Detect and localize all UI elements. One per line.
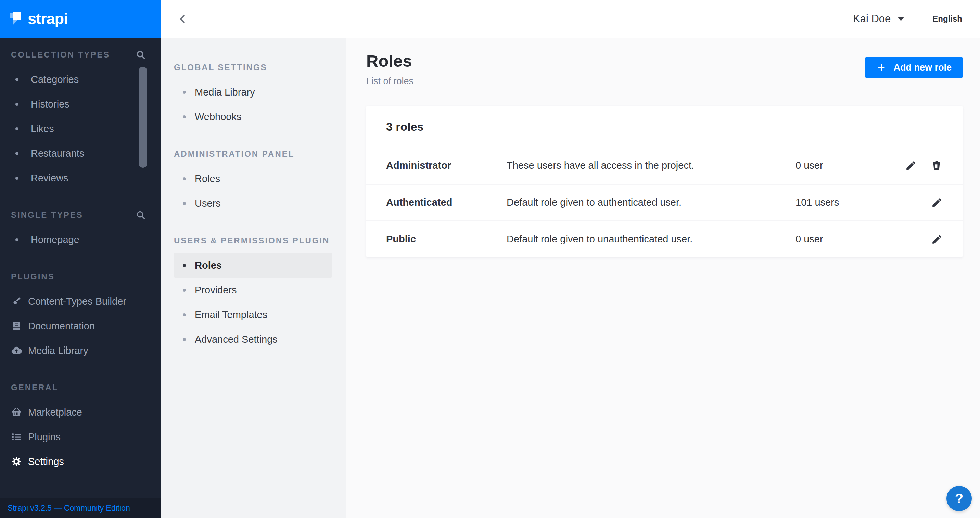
bullet-icon	[15, 152, 19, 155]
settings-nav-item-label: Users	[195, 198, 221, 209]
delete-icon[interactable]	[931, 160, 943, 172]
help-button[interactable]: ?	[947, 486, 972, 511]
user-menu[interactable]: Kai Doe	[853, 13, 904, 25]
sidebar-item-categories[interactable]: Categories	[0, 67, 161, 92]
sidebar-item-histories[interactable]: Histories	[0, 92, 161, 116]
settings-nav-item-label: Media Library	[195, 87, 255, 98]
search-icon[interactable]	[135, 210, 146, 220]
sidebar-item-marketplace[interactable]: Marketplace	[0, 400, 161, 424]
sidebar-scrollbar[interactable]	[138, 67, 147, 168]
table-row-administrator[interactable]: Administrator These users have all acces…	[366, 147, 963, 184]
settings-nav-item-email-templates[interactable]: Email Templates	[174, 302, 332, 327]
header-right: Kai Doe English	[853, 11, 980, 27]
settings-nav: GLOBAL SETTINGS Media Library Webhooks A…	[161, 38, 346, 518]
bullet-icon	[183, 115, 186, 118]
role-name: Administrator	[386, 160, 507, 171]
bullet-icon	[183, 338, 186, 341]
settings-nav-item-webhooks[interactable]: Webhooks	[174, 104, 332, 129]
sidebar-item-content-types-builder[interactable]: Content-Types Builder	[0, 289, 161, 314]
main-sidebar: COLLECTION TYPES Categories Histories Li…	[0, 38, 161, 518]
header-divider	[919, 11, 920, 27]
bullet-icon	[183, 91, 186, 94]
section-plugins: PLUGINS	[0, 264, 161, 289]
settings-section-global: GLOBAL SETTINGS	[161, 55, 346, 80]
bullet-icon	[183, 313, 186, 316]
strapi-admin-app: strapi Kai Doe English COLLECTION TYPES	[0, 0, 980, 518]
role-name: Public	[386, 233, 507, 245]
sidebar-item-label: Likes	[31, 123, 54, 135]
bullet-icon	[15, 177, 19, 180]
role-users-count: 0 user	[795, 233, 898, 245]
role-actions	[898, 197, 943, 209]
settings-nav-item-up-roles[interactable]: Roles	[174, 253, 332, 278]
settings-nav-item-label: Email Templates	[195, 309, 267, 320]
settings-nav-item-label: Roles	[195, 260, 222, 271]
back-button[interactable]	[161, 0, 205, 38]
sidebar-footer: Strapi v3.2.5 — Community Edition	[0, 498, 161, 518]
list-icon	[10, 431, 22, 443]
settings-nav-item-label: Roles	[195, 173, 220, 185]
settings-nav-item-admin-users[interactable]: Users	[174, 191, 332, 216]
table-row-authenticated[interactable]: Authenticated Default role given to auth…	[366, 184, 963, 220]
sidebar-item-label: Categories	[31, 74, 79, 85]
settings-nav-item-admin-roles[interactable]: Roles	[174, 166, 332, 191]
sidebar-item-plugins[interactable]: Plugins	[0, 424, 161, 449]
edit-icon[interactable]	[931, 197, 943, 209]
section-label: ADMINISTRATION PANEL	[174, 149, 294, 159]
settings-nav-item-label: Webhooks	[195, 111, 242, 123]
sidebar-item-label: Restaurants	[31, 148, 84, 159]
sidebar-item-label: Content-Types Builder	[28, 296, 126, 307]
table-row-public[interactable]: Public Default role given to unauthentic…	[366, 220, 963, 257]
bullet-icon	[183, 202, 186, 205]
section-label: SINGLE TYPES	[11, 210, 83, 220]
roles-count-header: 3 roles	[366, 106, 963, 147]
basket-icon	[10, 406, 22, 418]
role-description: Default role given to authenticated user…	[507, 197, 795, 208]
sidebar-item-documentation[interactable]: Documentation	[0, 314, 161, 338]
sidebar-item-label: Documentation	[28, 320, 95, 332]
bullet-icon	[15, 78, 19, 81]
bullet-icon	[15, 128, 19, 131]
book-icon	[10, 320, 22, 332]
strapi-logo-icon	[9, 8, 23, 29]
sidebar-item-media-library[interactable]: Media Library	[0, 338, 161, 363]
role-name: Authenticated	[386, 197, 507, 208]
role-description: These users have all access in the proje…	[507, 160, 795, 171]
sidebar-item-likes[interactable]: Likes	[0, 116, 161, 141]
section-label: COLLECTION TYPES	[11, 50, 110, 60]
section-label: PLUGINS	[11, 272, 55, 281]
section-label: USERS & PERMISSIONS PLUGIN	[174, 236, 329, 245]
bullet-icon	[183, 288, 186, 292]
settings-nav-item-advanced-settings[interactable]: Advanced Settings	[174, 327, 332, 352]
section-single-types: SINGLE TYPES	[0, 203, 161, 227]
page-subtitle: List of roles	[366, 76, 414, 87]
sidebar-item-homepage[interactable]: Homepage	[0, 227, 161, 252]
role-users-count: 0 user	[795, 160, 898, 171]
sidebar-item-label: Homepage	[31, 234, 80, 245]
sidebar-item-reviews[interactable]: Reviews	[0, 166, 161, 190]
settings-nav-item-label: Advanced Settings	[195, 334, 278, 345]
strapi-version-link[interactable]: Strapi v3.2.5 — Community Edition	[8, 504, 130, 513]
strapi-logo: strapi	[0, 0, 161, 38]
section-collection-types: COLLECTION TYPES	[0, 43, 161, 67]
sidebar-item-label: Settings	[28, 456, 64, 467]
role-description: Default role given to unauthenticated us…	[507, 233, 795, 245]
sidebar-item-label: Marketplace	[28, 407, 82, 418]
gear-icon	[10, 455, 22, 468]
settings-section-users-permissions: USERS & PERMISSIONS PLUGIN	[161, 228, 346, 253]
main-content: Roles List of roles Add new role 3 roles…	[346, 38, 980, 518]
language-selector[interactable]: English	[932, 14, 962, 24]
sidebar-item-label: Media Library	[28, 345, 88, 356]
sidebar-item-restaurants[interactable]: Restaurants	[0, 141, 161, 166]
settings-nav-item-providers[interactable]: Providers	[174, 278, 332, 302]
search-icon[interactable]	[135, 49, 146, 60]
sidebar-item-settings[interactable]: Settings	[0, 449, 161, 474]
add-new-role-button[interactable]: Add new role	[865, 57, 963, 78]
roles-card: 3 roles Administrator These users have a…	[366, 106, 963, 257]
role-users-count: 101 users	[795, 197, 898, 208]
settings-nav-item-media-library[interactable]: Media Library	[174, 80, 332, 104]
edit-icon[interactable]	[905, 160, 917, 172]
top-header: Kai Doe English	[161, 0, 980, 38]
bullet-icon	[183, 264, 186, 267]
edit-icon[interactable]	[931, 233, 943, 245]
